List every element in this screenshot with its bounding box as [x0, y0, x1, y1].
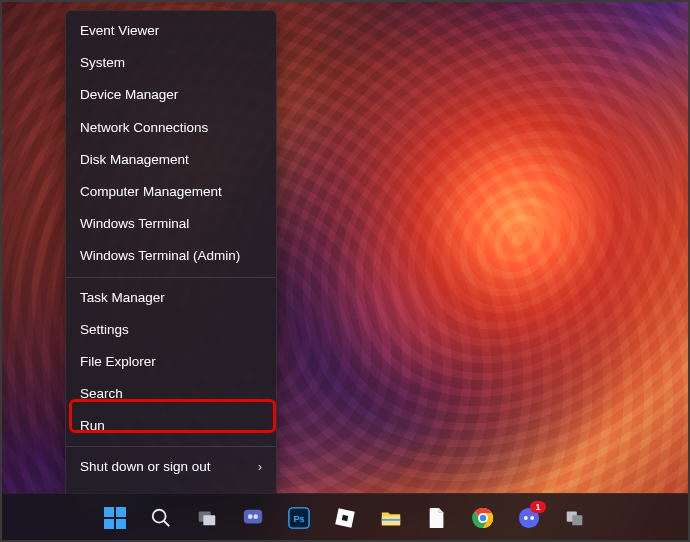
chrome-icon	[471, 506, 495, 530]
menu-item-label: Computer Management	[80, 184, 222, 200]
menu-item-computer-management[interactable]: Computer Management	[66, 176, 276, 208]
menu-separator	[66, 446, 276, 447]
svg-rect-15	[342, 515, 349, 522]
menu-item-label: Run	[80, 418, 105, 434]
photoshop-icon: Ps	[287, 506, 311, 530]
svg-point-9	[248, 514, 253, 519]
menu-item-label: Device Manager	[80, 87, 178, 103]
svg-point-4	[153, 510, 166, 523]
svg-rect-25	[572, 515, 582, 525]
menu-item-settings[interactable]: Settings	[66, 314, 276, 346]
taskbar-app-photoshop[interactable]: Ps	[280, 499, 318, 537]
taskbar-file-explorer[interactable]	[372, 499, 410, 537]
svg-rect-2	[104, 519, 114, 529]
svg-rect-1	[116, 507, 126, 517]
taskbar-app-discord[interactable]: 1	[510, 499, 548, 537]
taskbar: Ps	[0, 493, 690, 542]
svg-text:Ps: Ps	[293, 514, 304, 524]
chevron-right-icon: ›	[258, 460, 262, 474]
menu-item-label: System	[80, 55, 125, 71]
file-explorer-icon	[379, 506, 403, 530]
menu-item-windows-terminal-admin[interactable]: Windows Terminal (Admin)	[66, 240, 276, 272]
menu-item-label: Windows Terminal (Admin)	[80, 248, 240, 264]
menu-item-label: Event Viewer	[80, 23, 159, 39]
svg-rect-0	[104, 507, 114, 517]
menu-item-shutdown-signout[interactable]: Shut down or sign out ›	[66, 451, 276, 483]
svg-line-5	[164, 521, 170, 527]
menu-item-label: Network Connections	[80, 120, 208, 136]
document-icon	[425, 506, 449, 530]
menu-item-label: File Explorer	[80, 354, 156, 370]
menu-item-label: Search	[80, 386, 123, 402]
menu-separator	[66, 277, 276, 278]
windows-start-icon	[103, 506, 127, 530]
menu-item-disk-management[interactable]: Disk Management	[66, 144, 276, 176]
winx-context-menu: Event Viewer System Device Manager Netwo…	[65, 10, 277, 521]
svg-point-23	[530, 516, 534, 520]
menu-item-label: Shut down or sign out	[80, 459, 211, 475]
notification-badge: 1	[530, 501, 546, 513]
menu-item-windows-terminal[interactable]: Windows Terminal	[66, 208, 276, 240]
taskbar-search-button[interactable]	[142, 499, 180, 537]
menu-item-event-viewer[interactable]: Event Viewer	[66, 15, 276, 47]
task-view-icon	[195, 506, 219, 530]
menu-item-network-connections[interactable]: Network Connections	[66, 112, 276, 144]
taskbar-start-button[interactable]	[96, 499, 134, 537]
menu-item-file-explorer[interactable]: File Explorer	[66, 346, 276, 378]
taskbar-app-chrome[interactable]	[464, 499, 502, 537]
svg-rect-7	[203, 515, 215, 525]
svg-rect-3	[116, 519, 126, 529]
menu-item-search[interactable]: Search	[66, 378, 276, 410]
menu-item-task-manager[interactable]: Task Manager	[66, 282, 276, 314]
taskbar-task-view-button[interactable]	[188, 499, 226, 537]
menu-item-label: Disk Management	[80, 152, 189, 168]
menu-item-system[interactable]: System	[66, 47, 276, 79]
taskbar-app-document[interactable]	[418, 499, 456, 537]
menu-item-run[interactable]: Run	[66, 410, 276, 442]
svg-rect-8	[244, 510, 262, 524]
search-icon	[149, 506, 173, 530]
svg-point-10	[253, 514, 258, 519]
app-icon	[563, 506, 587, 530]
taskbar-app-generic[interactable]	[556, 499, 594, 537]
svg-rect-17	[382, 519, 400, 521]
menu-item-device-manager[interactable]: Device Manager	[66, 79, 276, 111]
svg-point-22	[524, 516, 528, 520]
menu-item-label: Windows Terminal	[80, 216, 189, 232]
taskbar-app-roblox[interactable]	[326, 499, 364, 537]
menu-item-label: Task Manager	[80, 290, 165, 306]
chat-icon	[241, 506, 265, 530]
taskbar-chat-button[interactable]	[234, 499, 272, 537]
menu-item-label: Settings	[80, 322, 129, 338]
roblox-icon	[333, 506, 357, 530]
